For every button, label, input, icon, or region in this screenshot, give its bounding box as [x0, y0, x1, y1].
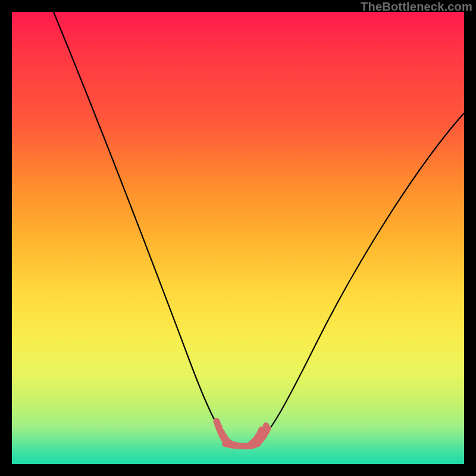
bottleneck-curve — [54, 12, 464, 444]
valley-dot-right — [263, 422, 269, 428]
watermark-text: TheBottleneck.com — [361, 0, 472, 14]
chart-frame: TheBottleneck.com — [0, 0, 476, 476]
valley-marker-base — [225, 444, 258, 446]
plot-area — [12, 12, 464, 464]
valley-dot-left — [217, 424, 223, 430]
curve-layer — [12, 12, 464, 464]
